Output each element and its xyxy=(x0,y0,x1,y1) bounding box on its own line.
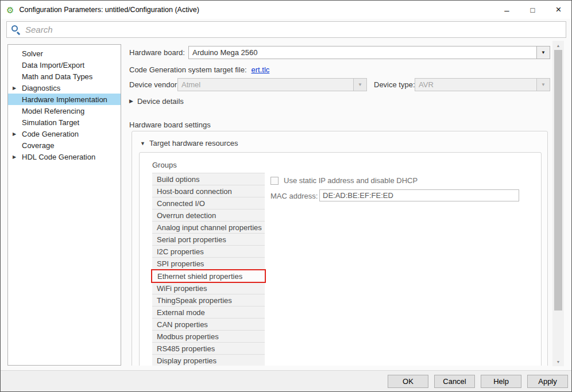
sidebar-item-label: Data Import/Export xyxy=(22,61,84,69)
group-item-analog-input-channel-properties[interactable]: Analog input channel properties xyxy=(152,222,265,234)
device-details-expander[interactable]: ▶ Device details xyxy=(129,96,184,106)
device-row: Device vendor: Atmel ▼ Device type: AVR … xyxy=(129,77,550,92)
sidebar-item-label: Hardware Implementation xyxy=(22,95,107,104)
titlebar: ⚙ Configuration Parameters: untitled/Con… xyxy=(1,1,571,19)
simulink-settings-gear-icon: ⚙ xyxy=(6,6,14,14)
group-item-ethernet-shield-properties-highlighted[interactable]: Ethernet shield properties xyxy=(151,269,266,283)
sidebar-item-math-and-data-types[interactable]: Math and Data Types xyxy=(8,71,121,82)
sidebar-item-label: Math and Data Types xyxy=(22,72,92,81)
group-item-display-properties[interactable]: Display properties xyxy=(152,355,265,366)
hardware-board-settings-panel: ▼ Target hardware resources Groups Build… xyxy=(132,131,548,366)
hardware-board-settings-title: Hardware board settings xyxy=(129,121,211,129)
hardware-board-label: Hardware board: xyxy=(129,48,185,57)
group-item-connected-i-o[interactable]: Connected I/O xyxy=(152,197,265,209)
sidebar-item-simulation-target[interactable]: Simulation Target xyxy=(8,117,121,128)
configuration-parameters-dialog: ⚙ Configuration Parameters: untitled/Con… xyxy=(0,0,572,392)
device-vendor-select: Atmel ▼ xyxy=(177,78,367,91)
window-controls: – □ × xyxy=(494,1,571,19)
scroll-up-icon[interactable]: ▲ xyxy=(552,41,564,50)
device-vendor-label: Device vendor: xyxy=(129,80,179,89)
group-item-host-board-connection[interactable]: Host-board connection xyxy=(152,185,265,197)
group-item-overrun-detection[interactable]: Overrun detection xyxy=(152,209,265,222)
close-icon[interactable]: × xyxy=(546,1,571,19)
scroll-down-icon[interactable]: ▼ xyxy=(552,357,564,366)
search-bar xyxy=(6,21,566,38)
target-file-row: Code Generation system target file: ert.… xyxy=(129,64,269,75)
groups-list: Build optionsHost-board connectionConnec… xyxy=(152,173,265,366)
target-hardware-resources-expander[interactable]: ▼ Target hardware resources xyxy=(140,139,238,148)
group-item-modbus-properties[interactable]: Modbus properties xyxy=(152,331,265,343)
sidebar-item-diagnostics[interactable]: ▶Diagnostics xyxy=(8,82,121,94)
group-item-spi-properties[interactable]: SPI properties xyxy=(152,258,265,270)
sidebar-item-data-import-export[interactable]: Data Import/Export xyxy=(8,59,121,71)
device-vendor-value: Atmel xyxy=(178,80,353,89)
group-item-wifi-properties[interactable]: WiFi properties xyxy=(152,282,265,294)
sidebar-item-label: HDL Code Generation xyxy=(22,153,95,161)
window-title: Configuration Parameters: untitled/Confi… xyxy=(19,6,199,14)
expand-right-icon[interactable]: ▶ xyxy=(13,131,20,137)
static-ip-row: Use static IP address and disable DHCP xyxy=(270,176,512,185)
sidebar-item-label: Model Referencing xyxy=(22,107,84,115)
maximize-icon[interactable]: □ xyxy=(520,1,546,19)
chevron-down-icon: ▼ xyxy=(353,79,366,91)
minimize-icon[interactable]: – xyxy=(494,1,520,19)
mac-address-input[interactable] xyxy=(319,189,519,201)
scrollbar-thumb[interactable] xyxy=(554,50,562,311)
sidebar-item-label: Coverage xyxy=(22,141,54,150)
sidebar-item-solver[interactable]: Solver xyxy=(8,48,121,59)
apply-button[interactable]: Apply xyxy=(527,375,568,388)
target-file-link[interactable]: ert.tlc xyxy=(252,65,270,74)
expand-right-icon[interactable]: ▶ xyxy=(13,86,20,91)
group-item-rs485-properties[interactable]: RS485 properties xyxy=(152,343,265,355)
device-type-select: AVR ▼ xyxy=(415,78,550,91)
sidebar-item-label: Diagnostics xyxy=(22,84,60,92)
sidebar-item-label: Code Generation xyxy=(22,130,79,138)
expand-down-icon[interactable]: ▼ xyxy=(140,141,145,146)
chevron-down-icon: ▼ xyxy=(536,79,550,91)
static-ip-checkbox[interactable] xyxy=(270,177,279,185)
device-type-value: AVR xyxy=(415,80,536,89)
sidebar-item-label: Solver xyxy=(22,49,43,58)
vertical-scrollbar[interactable]: ▲ ▼ xyxy=(552,41,564,366)
sidebar-item-code-generation[interactable]: ▶Code Generation xyxy=(8,128,121,139)
static-ip-checkbox-label: Use static IP address and disable DHCP xyxy=(284,176,418,185)
sidebar-item-coverage[interactable]: Coverage xyxy=(8,139,121,151)
cancel-button[interactable]: Cancel xyxy=(434,375,475,388)
sidebar-item-model-referencing[interactable]: Model Referencing xyxy=(8,105,121,117)
mac-address-row: MAC address: xyxy=(270,189,523,202)
sidebar-item-hardware-implementation[interactable]: Hardware Implementation xyxy=(8,94,121,105)
target-hardware-resources-panel: Groups Build optionsHost-board connectio… xyxy=(139,152,542,366)
main-panel: Hardware board: Arduino Mega 2560 ▼ Code… xyxy=(128,41,551,366)
group-item-external-mode[interactable]: External mode xyxy=(152,306,265,319)
hardware-board-value: Arduino Mega 2560 xyxy=(189,48,536,57)
search-input[interactable] xyxy=(25,22,566,37)
group-item-thingspeak-properties[interactable]: ThingSpeak properties xyxy=(152,294,265,306)
expand-right-icon[interactable]: ▶ xyxy=(129,98,133,104)
hardware-board-row: Hardware board: Arduino Mega 2560 ▼ xyxy=(129,46,550,60)
hardware-board-select[interactable]: Arduino Mega 2560 ▼ xyxy=(188,46,550,59)
target-file-label: Code Generation system target file: xyxy=(129,65,247,74)
chevron-down-icon[interactable]: ▼ xyxy=(536,46,550,59)
ok-button[interactable]: OK xyxy=(388,375,428,388)
help-button[interactable]: Help xyxy=(481,375,521,388)
group-item-can-properties[interactable]: CAN properties xyxy=(152,319,265,331)
device-type-label: Device type: xyxy=(374,80,415,89)
group-item-i2c-properties[interactable]: I2C properties xyxy=(152,246,265,258)
group-item-build-options[interactable]: Build options xyxy=(152,173,265,185)
groups-title: Groups xyxy=(152,161,177,169)
sidebar-item-hdl-code-generation[interactable]: ▶HDL Code Generation xyxy=(8,151,121,162)
group-item-serial-port-properties[interactable]: Serial port properties xyxy=(152,234,265,246)
footer-button-bar: OKCancelHelpApply xyxy=(1,370,571,391)
expand-right-icon[interactable]: ▶ xyxy=(13,154,20,160)
sidebar-tree: SolverData Import/ExportMath and Data Ty… xyxy=(7,44,121,366)
search-icon xyxy=(11,25,21,35)
mac-address-label: MAC address: xyxy=(270,192,318,200)
device-details-label: Device details xyxy=(137,97,184,106)
target-hardware-resources-title: Target hardware resources xyxy=(149,139,238,148)
sidebar-item-label: Simulation Target xyxy=(22,118,79,127)
